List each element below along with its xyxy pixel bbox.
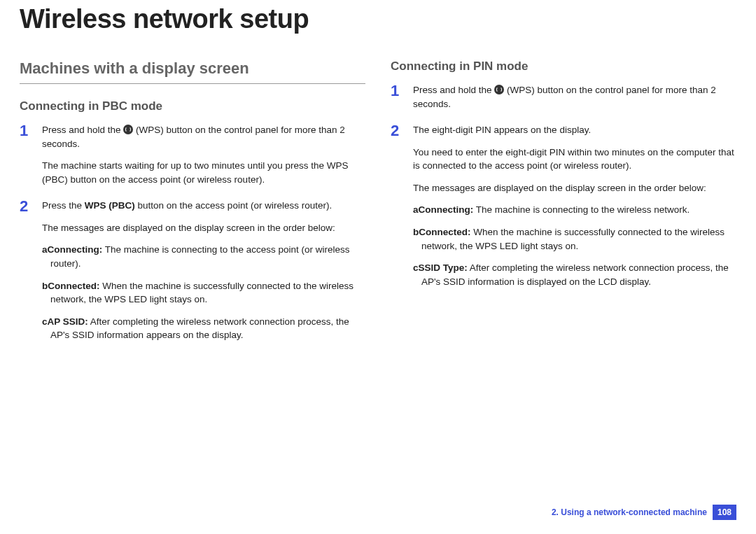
step-number: 1 [391, 83, 403, 111]
paragraph: The messages are displayed on the displa… [413, 181, 736, 195]
paragraph: The messages are displayed on the displa… [42, 221, 365, 235]
label: c [42, 316, 48, 327]
step-body: Press and hold the (WPS) button on the c… [413, 83, 736, 111]
paragraph: You need to enter the eight-digit PIN wi… [413, 146, 736, 173]
page-title: Wireless network setup [20, 0, 736, 34]
step-2: 2 Press the WPS (PBC) button on the acce… [20, 199, 365, 342]
sub-item-a: aConnecting: The machine is connecting t… [42, 243, 365, 270]
sub-item-a: aConnecting: The machine is connecting t… [413, 203, 736, 217]
step-body: Press the WPS (PBC) button on the access… [42, 199, 365, 342]
text: The machine is connecting to the wireles… [473, 204, 690, 215]
paragraph: The machine starts waiting for up to two… [42, 159, 365, 186]
label: b [42, 281, 48, 291]
two-column-layout: Machines with a display screen Connectin… [20, 59, 736, 355]
sub-item-c: cSSID Type: After completing the wireles… [413, 261, 736, 288]
step-1: 1 Press and hold the (WPS) button on the… [20, 123, 365, 186]
text: Press the [42, 200, 85, 211]
right-column: Connecting in PIN mode 1 Press and hold … [391, 59, 736, 355]
step-2: 2 The eight-digit PIN appears on the dis… [391, 123, 736, 288]
text: Press and hold the [413, 85, 494, 95]
bold-text: SSID Type: [419, 262, 468, 273]
label: a [413, 204, 419, 215]
bold-text: Connected: [48, 281, 99, 291]
sub-item-b: bConnected: When the machine is successf… [413, 225, 736, 253]
text: Press and hold the [42, 125, 123, 135]
bold-text: Connecting: [419, 204, 474, 215]
text: button on the access point (or wireless … [135, 200, 332, 211]
label: c [413, 262, 419, 273]
text: After completing the wireless network co… [50, 316, 349, 341]
text: After completing the wireless network co… [421, 262, 729, 287]
document-page: Wireless network setup Machines with a d… [0, 0, 756, 534]
sub-item-b: bConnected: When the machine is successf… [42, 279, 365, 307]
wps-icon [494, 85, 504, 94]
step-number: 2 [20, 199, 32, 342]
bold-text: Connected: [419, 227, 470, 237]
paragraph: Press and hold the (WPS) button on the c… [413, 83, 736, 111]
footer-chapter: 2. Using a network-connected machine [552, 507, 707, 517]
sub-item-c: cAP SSID: After completing the wireless … [42, 315, 365, 342]
left-column: Machines with a display screen Connectin… [20, 59, 365, 355]
paragraph: The eight-digit PIN appears on the displ… [413, 123, 736, 137]
step-number: 1 [20, 123, 32, 186]
footer: 2. Using a network-connected machine 108 [552, 505, 736, 520]
section-heading: Machines with a display screen [20, 59, 365, 78]
subsection-heading: Connecting in PBC mode [20, 99, 365, 113]
step-number: 2 [391, 123, 403, 288]
divider [20, 83, 365, 84]
label: b [413, 227, 419, 237]
wps-icon [123, 125, 133, 134]
paragraph: Press and hold the (WPS) button on the c… [42, 123, 365, 150]
footer-page-number: 108 [713, 505, 736, 520]
bold-text: WPS (PBC) [85, 200, 135, 211]
step-body: Press and hold the (WPS) button on the c… [42, 123, 365, 186]
bold-text: Connecting: [48, 244, 103, 255]
step-1: 1 Press and hold the (WPS) button on the… [391, 83, 736, 111]
bold-text: AP SSID: [48, 316, 88, 327]
step-body: The eight-digit PIN appears on the displ… [413, 123, 736, 288]
paragraph: Press the WPS (PBC) button on the access… [42, 199, 365, 213]
subsection-heading: Connecting in PIN mode [391, 59, 736, 73]
label: a [42, 244, 48, 255]
